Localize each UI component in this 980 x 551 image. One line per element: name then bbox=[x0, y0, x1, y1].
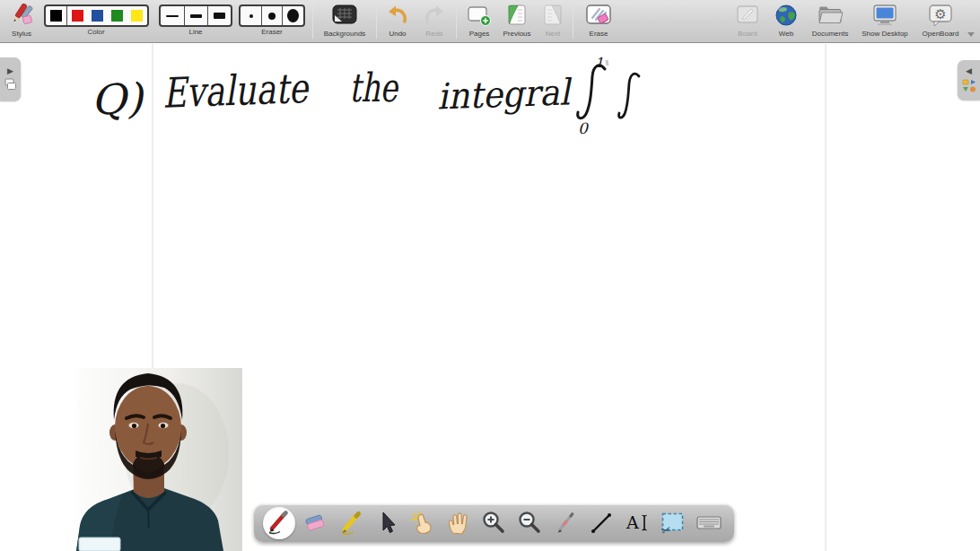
erase-label: Erase bbox=[590, 30, 608, 39]
color-swatch-red[interactable] bbox=[72, 10, 83, 22]
redo-button[interactable]: Redo bbox=[416, 2, 452, 42]
text-tool-glyph: A bbox=[626, 512, 639, 532]
open-hand-icon bbox=[445, 510, 472, 537]
pan-tool-button[interactable] bbox=[442, 507, 475, 539]
handwriting-lower-limit: 0 bbox=[578, 119, 589, 137]
redo-icon bbox=[423, 2, 446, 29]
library-icon bbox=[962, 78, 976, 92]
capture-icon: ✂ bbox=[660, 510, 687, 537]
eraser-tool-button[interactable] bbox=[299, 507, 331, 539]
marker-tool-button[interactable] bbox=[335, 507, 367, 539]
text-tool-button[interactable]: A bbox=[621, 507, 653, 539]
documents-folder-icon bbox=[817, 2, 844, 29]
whiteboard-canvas[interactable]: Q) Evaluate the integral 1 0 ▶ ◀ bbox=[0, 44, 980, 551]
color-swatch-black[interactable] bbox=[46, 6, 66, 25]
text-icon: A bbox=[624, 510, 651, 537]
handwriting-integral-sign-1 bbox=[578, 66, 605, 118]
color-swatch-blue[interactable] bbox=[92, 10, 103, 22]
stylus-toolbar: A ✂ bbox=[254, 504, 734, 542]
previous-icon bbox=[506, 2, 528, 29]
line-label: Line bbox=[188, 28, 202, 37]
page-margin-line-right bbox=[825, 44, 827, 551]
page-thumbnails-icon bbox=[4, 78, 18, 92]
marker-icon bbox=[337, 510, 364, 537]
erase-button[interactable]: Erase bbox=[581, 2, 617, 42]
color-swatch-green[interactable] bbox=[111, 10, 123, 22]
color-swatches bbox=[44, 4, 149, 27]
eraser-large-button[interactable] bbox=[282, 6, 303, 25]
toolbar-separator bbox=[456, 4, 457, 39]
next-button[interactable]: Next bbox=[537, 2, 569, 42]
handwriting-evaluate: Evaluate bbox=[162, 64, 311, 118]
handwriting-upper-limit: 1 bbox=[595, 55, 604, 71]
interact-tool-button[interactable] bbox=[407, 507, 439, 539]
line-thin-button[interactable] bbox=[161, 6, 184, 25]
show-desktop-button[interactable]: Show Desktop bbox=[854, 2, 915, 42]
previous-button[interactable]: Previous bbox=[497, 2, 537, 42]
handwriting-faint-stroke bbox=[607, 60, 608, 66]
toolbar-separator bbox=[376, 4, 377, 39]
black-swatch bbox=[50, 10, 62, 22]
pen-tool-button[interactable] bbox=[263, 507, 295, 539]
line-medium-button[interactable] bbox=[184, 6, 207, 25]
erase-icon bbox=[585, 2, 612, 29]
zoom-out-icon bbox=[516, 510, 543, 537]
eraser-icon bbox=[302, 510, 328, 537]
web-button[interactable]: Web bbox=[770, 2, 802, 42]
pages-button[interactable]: Pages bbox=[461, 2, 497, 42]
documents-button[interactable]: Documents bbox=[806, 2, 854, 42]
top-toolbar: Stylus Color Line bbox=[0, 0, 980, 43]
webcam-video-overlay bbox=[76, 368, 242, 551]
line-icon bbox=[588, 510, 615, 537]
board-icon bbox=[736, 2, 759, 29]
eraser-group: Eraser bbox=[240, 2, 304, 42]
board-button[interactable]: Board bbox=[730, 2, 766, 42]
zoom-out-tool-button[interactable] bbox=[513, 507, 546, 539]
keyboard-tool-button[interactable] bbox=[693, 507, 725, 539]
eraser-small-button[interactable] bbox=[241, 6, 261, 25]
left-panel-tab[interactable]: ▶ bbox=[0, 57, 21, 101]
toolbar-spacer bbox=[617, 2, 730, 42]
next-label: Next bbox=[546, 30, 560, 39]
openboard-menu-button[interactable]: ⚙ OpenBoard bbox=[915, 2, 966, 42]
web-globe-icon bbox=[774, 2, 798, 29]
color-swatch-yellow[interactable] bbox=[131, 10, 143, 22]
undo-button[interactable]: Undo bbox=[380, 2, 416, 42]
stylus-button[interactable]: Stylus bbox=[4, 2, 39, 42]
show-desktop-label: Show Desktop bbox=[862, 30, 908, 39]
selector-tool-button[interactable] bbox=[371, 507, 403, 539]
toolbar-separator bbox=[312, 4, 313, 39]
presenter-portrait bbox=[76, 368, 242, 551]
svg-text:⚙: ⚙ bbox=[934, 6, 946, 22]
pointing-hand-icon bbox=[409, 510, 436, 537]
expand-right-arrow-icon: ▶ bbox=[7, 67, 13, 75]
handwriting-ink: Q) Evaluate the integral 1 0 bbox=[0, 44, 980, 241]
backgrounds-button[interactable]: Backgrounds bbox=[317, 2, 372, 42]
color-group: Color bbox=[43, 2, 149, 42]
handwriting-q: Q) bbox=[90, 74, 146, 125]
show-desktop-monitor-icon bbox=[871, 2, 898, 29]
backgrounds-icon bbox=[331, 2, 358, 29]
zoom-in-tool-button[interactable] bbox=[477, 507, 510, 539]
stylus-icon bbox=[8, 2, 35, 29]
color-label: Color bbox=[87, 28, 104, 37]
eraser-label: Eraser bbox=[261, 28, 283, 37]
undo-icon bbox=[386, 2, 409, 29]
line-thick-button[interactable] bbox=[207, 6, 231, 25]
cursor-arrow-icon bbox=[373, 510, 400, 537]
capture-tool-button[interactable]: ✂ bbox=[657, 507, 689, 539]
laser-pointer-icon bbox=[552, 510, 579, 537]
line-tool-button[interactable] bbox=[585, 507, 617, 539]
next-icon bbox=[542, 2, 564, 29]
pointer-tool-button[interactable] bbox=[549, 507, 582, 539]
handwriting-integral-word: integral bbox=[436, 71, 573, 117]
openboard-window: Stylus Color Line bbox=[0, 0, 980, 551]
openboard-label: OpenBoard bbox=[923, 30, 959, 39]
openboard-gear-icon: ⚙ bbox=[928, 2, 953, 29]
toolbar-overflow-arrow[interactable] bbox=[967, 32, 975, 37]
handwriting-integral-sign-2 bbox=[619, 74, 639, 118]
library-panel-tab[interactable]: ◀ bbox=[958, 60, 980, 100]
undo-label: Undo bbox=[389, 30, 406, 39]
stylus-label: Stylus bbox=[12, 30, 31, 39]
eraser-medium-button[interactable] bbox=[261, 6, 282, 25]
